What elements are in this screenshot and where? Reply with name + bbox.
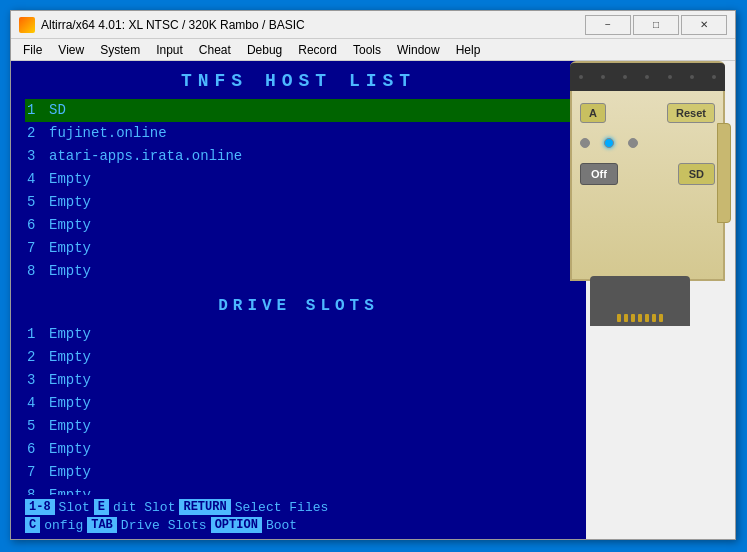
- drive-name-6: Empty: [49, 439, 91, 460]
- fujinet-off-button[interactable]: Off: [580, 163, 618, 185]
- close-button[interactable]: ✕: [681, 15, 727, 35]
- menu-system[interactable]: System: [92, 39, 148, 60]
- key-text-slot: Slot: [59, 500, 90, 515]
- host-item-1[interactable]: 1 SD: [25, 99, 572, 122]
- app-icon: [19, 17, 35, 33]
- stripe-dot-7: [712, 75, 716, 79]
- host-item-2[interactable]: 2 fujinet.online: [25, 122, 572, 145]
- drive-name-3: Empty: [49, 370, 91, 391]
- menu-file[interactable]: File: [15, 39, 50, 60]
- led-3: [628, 138, 638, 148]
- main-window: Altirra/x64 4.01: XL NTSC / 320K Rambo /…: [10, 10, 736, 540]
- key-text-boot: Boot: [266, 518, 297, 533]
- host-num-7: 7: [27, 238, 49, 259]
- host-name-3: atari-apps.irata.online: [49, 146, 242, 167]
- stripe-dot-4: [645, 75, 649, 79]
- menu-input[interactable]: Input: [148, 39, 191, 60]
- led-1: [580, 138, 590, 148]
- fujinet-top-buttons: A Reset: [580, 103, 715, 123]
- stripe-dot-5: [668, 75, 672, 79]
- host-item-6[interactable]: 6 Empty: [25, 214, 572, 237]
- drive-item-3[interactable]: 3 Empty: [25, 369, 572, 392]
- host-name-2: fujinet.online: [49, 123, 167, 144]
- fujinet-side-tab: [717, 123, 731, 223]
- maximize-button[interactable]: □: [633, 15, 679, 35]
- key-1-8: 1-8: [25, 499, 55, 515]
- host-list: 1 SD 2 fujinet.online 3 atari-apps.irata…: [25, 99, 572, 283]
- drive-num-2: 2: [27, 347, 49, 368]
- key-e: E: [94, 499, 109, 515]
- fujinet-device: A Reset Off SD: [560, 61, 735, 361]
- led-2: [604, 138, 614, 148]
- fujinet-stripe: [570, 63, 725, 91]
- drive-name-7: Empty: [49, 462, 91, 483]
- host-num-8: 8: [27, 261, 49, 282]
- key-text-config: onfig: [44, 518, 83, 533]
- drive-name-2: Empty: [49, 347, 91, 368]
- shortcut-bar: 1-8 Slot E dit Slot RETURN Select Files …: [11, 495, 586, 539]
- menu-tools[interactable]: Tools: [345, 39, 389, 60]
- host-item-7[interactable]: 7 Empty: [25, 237, 572, 260]
- pin-5: [645, 314, 649, 322]
- key-option: OPTION: [211, 517, 262, 533]
- host-num-5: 5: [27, 192, 49, 213]
- menu-help[interactable]: Help: [448, 39, 489, 60]
- emu-content: TNFS HOST LIST 1 SD 2 fujinet.online 3 a…: [11, 61, 586, 517]
- drive-num-3: 3: [27, 370, 49, 391]
- host-name-8: Empty: [49, 261, 91, 282]
- host-name-5: Empty: [49, 192, 91, 213]
- drive-name-1: Empty: [49, 324, 91, 345]
- stripe-dot-2: [601, 75, 605, 79]
- pin-1: [617, 314, 621, 322]
- host-name-7: Empty: [49, 238, 91, 259]
- host-item-4[interactable]: 4 Empty: [25, 168, 572, 191]
- fujinet-connector: [590, 276, 690, 326]
- host-item-5[interactable]: 5 Empty: [25, 191, 572, 214]
- drive-item-7[interactable]: 7 Empty: [25, 461, 572, 484]
- drive-num-7: 7: [27, 462, 49, 483]
- fujinet-body: A Reset Off SD: [570, 61, 725, 281]
- stripe-dot-6: [690, 75, 694, 79]
- key-tab: TAB: [87, 517, 117, 533]
- tnfs-title: TNFS HOST LIST: [25, 71, 572, 91]
- drive-item-1[interactable]: 1 Empty: [25, 323, 572, 346]
- host-item-3[interactable]: 3 atari-apps.irata.online: [25, 145, 572, 168]
- window-title: Altirra/x64 4.01: XL NTSC / 320K Rambo /…: [41, 18, 585, 32]
- menu-debug[interactable]: Debug: [239, 39, 290, 60]
- host-num-6: 6: [27, 215, 49, 236]
- connector-pins: [617, 314, 663, 322]
- key-return: RETURN: [179, 499, 230, 515]
- minimize-button[interactable]: −: [585, 15, 631, 35]
- menu-cheat[interactable]: Cheat: [191, 39, 239, 60]
- window-controls: − □ ✕: [585, 15, 727, 35]
- pin-3: [631, 314, 635, 322]
- drive-item-5[interactable]: 5 Empty: [25, 415, 572, 438]
- host-name-4: Empty: [49, 169, 91, 190]
- pin-4: [638, 314, 642, 322]
- host-num-3: 3: [27, 146, 49, 167]
- menu-view[interactable]: View: [50, 39, 92, 60]
- pin-7: [659, 314, 663, 322]
- menu-window[interactable]: Window: [389, 39, 448, 60]
- fujinet-reset-button[interactable]: Reset: [667, 103, 715, 123]
- key-text-drive: Drive Slots: [121, 518, 207, 533]
- fujinet-sd-button[interactable]: SD: [678, 163, 715, 185]
- pin-2: [624, 314, 628, 322]
- drive-num-6: 6: [27, 439, 49, 460]
- fujinet-a-button[interactable]: A: [580, 103, 606, 123]
- drive-item-2[interactable]: 2 Empty: [25, 346, 572, 369]
- key-text-edit: dit Slot: [113, 500, 175, 515]
- host-item-8[interactable]: 8 Empty: [25, 260, 572, 283]
- drive-num-1: 1: [27, 324, 49, 345]
- drive-item-6[interactable]: 6 Empty: [25, 438, 572, 461]
- drive-num-5: 5: [27, 416, 49, 437]
- fujinet-lower-buttons: Off SD: [580, 163, 715, 185]
- host-name-1: SD: [49, 100, 66, 121]
- drive-item-4[interactable]: 4 Empty: [25, 392, 572, 415]
- key-c: C: [25, 517, 40, 533]
- drive-name-4: Empty: [49, 393, 91, 414]
- menu-record[interactable]: Record: [290, 39, 345, 60]
- pin-6: [652, 314, 656, 322]
- titlebar: Altirra/x64 4.01: XL NTSC / 320K Rambo /…: [11, 11, 735, 39]
- emulator-screen: TNFS HOST LIST 1 SD 2 fujinet.online 3 a…: [11, 61, 586, 539]
